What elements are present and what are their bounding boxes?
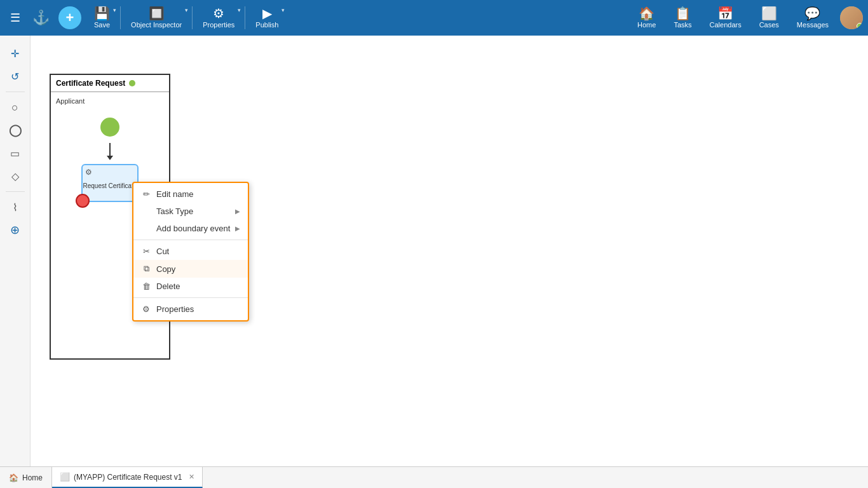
avatar[interactable] xyxy=(840,6,863,29)
task-label: Request Certificate xyxy=(83,182,137,190)
ctx-properties-label: Properties xyxy=(156,304,194,314)
boundary-event[interactable] xyxy=(76,194,90,208)
calendars-nav-label: Calendars xyxy=(710,21,742,29)
tab-close-button[interactable]: ✕ xyxy=(189,473,194,481)
ctx-divider-1 xyxy=(133,240,248,240)
arrow-line-1 xyxy=(109,143,111,156)
add-boundary-event-submenu-arrow: ▶ xyxy=(235,225,240,232)
tasks-nav-icon: 📋 xyxy=(675,7,691,20)
nav-right-section: 🏠 Home 📋 Tasks 📅 Calendars ⬜ Cases 💬 Mes… xyxy=(631,4,863,31)
publish-label: Publish xyxy=(255,21,278,29)
cases-nav-item[interactable]: ⬜ Cases xyxy=(753,4,785,31)
tab-item-label: (MYAPP) Certificate Request v1 xyxy=(74,473,182,482)
ctx-task-type[interactable]: Task Type ▶ xyxy=(133,203,248,220)
app-logo: ⚓ xyxy=(28,5,53,30)
messages-nav-item[interactable]: 💬 Messages xyxy=(790,4,835,31)
nav-sep-3 xyxy=(245,6,245,29)
calendars-nav-item[interactable]: 📅 Calendars xyxy=(703,4,748,31)
task-node-request-certificate[interactable]: ⚙ Request Certificate xyxy=(81,164,139,202)
ctx-copy-label: Copy xyxy=(156,264,175,274)
properties-icon: ⚙ xyxy=(213,7,224,20)
task-type-submenu-arrow: ▶ xyxy=(235,208,240,215)
ctx-delete-label: Delete xyxy=(156,281,180,291)
home-nav-item[interactable]: 🏠 Home xyxy=(631,4,662,31)
main-area: ✛ ↺ ○ ◯ ▭ ◇ ⌇ ⊕ Certificate Request Appl… xyxy=(0,36,868,466)
publish-dropdown-arrow: ▾ xyxy=(281,7,285,13)
tasks-nav-item[interactable]: 📋 Tasks xyxy=(667,4,698,31)
task-gear-icon: ⚙ xyxy=(85,168,92,177)
circle-thin-tool[interactable]: ○ xyxy=(5,97,25,118)
nav-sep-1 xyxy=(120,6,121,29)
publish-tool[interactable]: ▶ Publish ▾ xyxy=(250,4,283,31)
chart-tool[interactable]: ⌇ xyxy=(5,197,25,217)
ctx-add-boundary-event[interactable]: Add boundary event ▶ xyxy=(133,220,248,237)
edit-name-icon: ✏ xyxy=(141,189,151,199)
home-nav-label: Home xyxy=(637,21,656,29)
ctx-properties[interactable]: ⚙ Properties xyxy=(133,301,248,318)
add-node-tool[interactable]: ⊕ xyxy=(5,220,25,240)
home-nav-icon: 🏠 xyxy=(639,7,654,20)
tab-bar: 🏠 Home ⬜ (MYAPP) Certificate Request v1 … xyxy=(0,466,868,488)
object-inspector-icon: 🔲 xyxy=(149,7,165,20)
object-inspector-dropdown-arrow: ▾ xyxy=(185,7,188,13)
copy-icon: ⧉ xyxy=(141,264,151,274)
home-tab[interactable]: 🏠 Home xyxy=(0,467,52,488)
ctx-task-type-label: Task Type xyxy=(156,207,193,216)
messages-nav-icon: 💬 xyxy=(804,7,820,20)
arrow-head-1 xyxy=(107,156,113,160)
circle-thick-tool[interactable]: ◯ xyxy=(5,120,25,140)
left-toolbar: ✛ ↺ ○ ◯ ▭ ◇ ⌇ ⊕ xyxy=(0,36,31,466)
cases-nav-icon: ⬜ xyxy=(761,7,777,20)
pool-header: Certificate Request xyxy=(51,75,169,92)
ctx-add-boundary-event-label: Add boundary event xyxy=(156,224,230,233)
save-tool[interactable]: 💾 Save ▾ xyxy=(89,4,115,31)
messages-nav-label: Messages xyxy=(797,21,829,29)
save-icon: 💾 xyxy=(94,7,110,20)
cases-nav-label: Cases xyxy=(759,21,779,29)
pool-title: Certificate Request xyxy=(56,79,125,88)
publish-icon: ▶ xyxy=(262,7,272,20)
certificate-request-tab[interactable]: ⬜ (MYAPP) Certificate Request v1 ✕ xyxy=(52,467,203,488)
object-inspector-tool[interactable]: 🔲 Object Inspector ▾ xyxy=(126,4,187,31)
properties-tool[interactable]: ⚙ Properties ▾ xyxy=(198,4,240,31)
delete-icon: 🗑 xyxy=(141,281,151,291)
toolbar-sep-2 xyxy=(6,191,25,192)
ctx-edit-name-label: Edit name xyxy=(156,189,194,199)
ctx-divider-2 xyxy=(133,297,248,298)
home-tab-icon: 🏠 xyxy=(9,473,18,482)
add-button[interactable]: + xyxy=(58,6,81,29)
rectangle-tool[interactable]: ▭ xyxy=(5,143,25,163)
hamburger-menu[interactable]: ☰ xyxy=(5,6,25,30)
avatar-status-dot xyxy=(857,23,863,29)
tasks-nav-label: Tasks xyxy=(674,21,691,29)
flow-arrow-1 xyxy=(107,143,113,160)
ctx-properties-icon: ⚙ xyxy=(141,304,151,314)
diamond-tool[interactable]: ◇ xyxy=(5,166,25,186)
pool-status-dot xyxy=(129,80,135,86)
rotate-tool[interactable]: ↺ xyxy=(5,66,25,86)
context-menu: ✏ Edit name Task Type ▶ Add boundary eve… xyxy=(132,182,249,322)
properties-dropdown-arrow: ▾ xyxy=(238,7,241,13)
nav-sep-2 xyxy=(192,6,193,29)
ctx-delete[interactable]: 🗑 Delete xyxy=(133,278,248,295)
ctx-cut[interactable]: ✂ Cut xyxy=(133,243,248,260)
cut-icon: ✂ xyxy=(141,247,151,256)
object-inspector-label: Object Inspector xyxy=(131,21,182,29)
ctx-edit-name[interactable]: ✏ Edit name xyxy=(133,186,248,203)
properties-label: Properties xyxy=(203,21,234,29)
toolbar-sep-1 xyxy=(6,92,25,92)
save-dropdown-arrow: ▾ xyxy=(113,7,116,13)
home-tab-label: Home xyxy=(22,473,43,482)
lane-label: Applicant xyxy=(56,97,164,105)
save-label: Save xyxy=(94,21,110,29)
ctx-cut-label: Cut xyxy=(156,247,169,256)
start-event[interactable] xyxy=(100,118,119,137)
tab-item-icon: ⬜ xyxy=(60,472,70,482)
calendars-nav-icon: 📅 xyxy=(717,7,733,20)
pan-tool[interactable]: ✛ xyxy=(5,43,25,64)
navbar: ☰ ⚓ + 💾 Save ▾ 🔲 Object Inspector ▾ ⚙ Pr… xyxy=(0,0,868,36)
canvas-area[interactable]: Certificate Request Applicant xyxy=(31,36,868,466)
ctx-copy[interactable]: ⧉ Copy xyxy=(133,260,248,278)
